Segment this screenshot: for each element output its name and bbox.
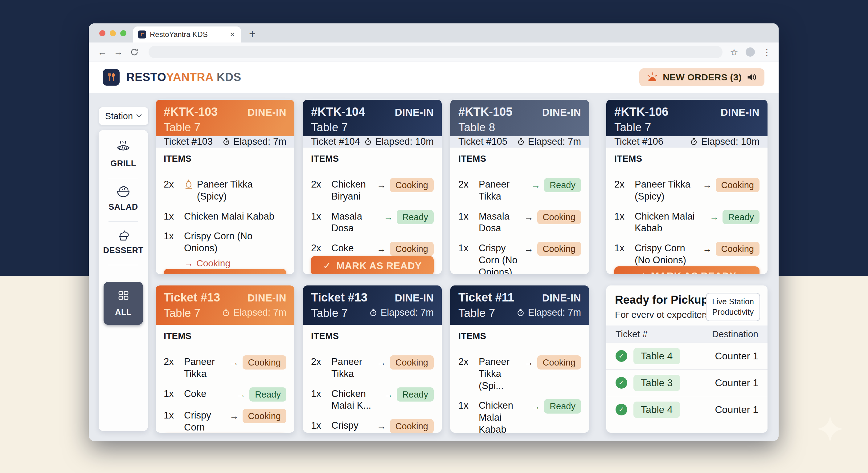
elapsed-time: Elapsed: 7m — [222, 307, 286, 318]
pickup-destination: Counter 1 — [715, 377, 758, 388]
item-status: → Cooking — [524, 356, 581, 370]
new-orders-button[interactable]: NEW ORDERS (3) — [639, 68, 765, 86]
reload-icon[interactable] — [128, 48, 141, 56]
item-name: Coke — [184, 388, 232, 400]
item-qty: 1x — [458, 400, 474, 412]
ticket-substrip: Ticket #103 Elapsed: 7m — [156, 136, 294, 147]
item-status: → Cooking — [377, 356, 434, 370]
item-status: → Ready — [531, 178, 581, 192]
arrow-icon: → — [377, 243, 386, 255]
salad-bowl-icon — [115, 182, 132, 199]
bookmark-star-icon[interactable]: ☆ — [730, 47, 738, 58]
station-filter-label: Station — [105, 111, 133, 121]
service-type-label: DINE-IN — [542, 292, 581, 304]
sidebar-item-all-selected[interactable]: ALL — [103, 282, 143, 325]
browser-tab[interactable]: RestoYantra KDS × — [133, 27, 241, 42]
profile-avatar[interactable] — [746, 47, 755, 57]
sidebar-item-label: ALL — [115, 308, 132, 317]
arrow-icon: → — [524, 211, 533, 223]
app-logo-icon — [103, 69, 120, 86]
mark-as-ready-button[interactable]: ✓ MARK AS READY — [614, 266, 760, 274]
service-type-label: DINE-IN — [542, 106, 581, 118]
ready-for-pickup-panel: Ready for Pickup For everv ot expediters… — [606, 285, 768, 433]
arrow-icon: → — [524, 243, 533, 255]
chevron-down-icon — [136, 114, 142, 118]
order-item: 1x Crispy Corn → Cooking — [164, 410, 286, 433]
status-badge: Ready — [544, 178, 581, 192]
tab-title: RestoYantra KDS — [150, 30, 225, 39]
status-badge: Cooking — [716, 178, 760, 192]
arrow-icon: → — [710, 211, 719, 223]
stopwatch-icon — [222, 308, 230, 317]
item-qty: 2x — [311, 242, 327, 255]
browser-menu-icon[interactable]: ⋮ — [762, 47, 772, 58]
item-qty: 1x — [311, 388, 327, 400]
order-item: 1x Masala Dosa → Cooking — [458, 211, 581, 235]
item-status: → Cooking — [230, 409, 286, 423]
live-station-productivity-button[interactable]: Live Station Productivity — [706, 293, 760, 321]
ticket-id: #KTK-104 — [311, 105, 365, 119]
item-status: → Ready — [237, 387, 286, 402]
brand-kds: KDS — [217, 71, 241, 83]
browser-tabstrip: RestoYantra KDS × + — [89, 24, 779, 42]
kds-content: Station GRILL — [89, 93, 779, 441]
ticket-body: ITEMS 2x Paneer Tikka → Cooking 1x — [156, 325, 294, 433]
status-badge: Cooking — [243, 409, 286, 423]
item-name: Coke — [331, 242, 373, 255]
grill-icon — [115, 139, 132, 156]
item-name: Masala Dosa — [479, 211, 520, 235]
status-badge: Ready — [249, 387, 286, 402]
url-input[interactable] — [149, 46, 722, 58]
item-qty: 2x — [311, 356, 327, 368]
maximize-window-button[interactable] — [120, 30, 126, 36]
mark-as-ready-button[interactable]: ✓ MARK AS READY — [164, 269, 286, 274]
elapsed-time: Elapsed: 7m — [517, 136, 581, 147]
browser-window: RestoYantra KDS × + ← → ☆ ⋮ — [89, 24, 779, 441]
item-name: Paneer Tikka — [331, 356, 373, 380]
arrow-icon: → — [230, 410, 239, 422]
back-icon[interactable]: ← — [96, 47, 109, 57]
sidebar-item-salad[interactable]: SALAD — [108, 182, 138, 217]
pickup-row: ✓ Table 3 Counter 1 — [606, 370, 768, 396]
item-qty: 1x — [164, 410, 180, 421]
item-name: Masala Dosa — [331, 211, 379, 235]
siren-icon — [647, 72, 658, 82]
sidebar-item-dessert[interactable]: DESSERT — [103, 226, 143, 261]
tab-favicon-icon — [138, 31, 146, 38]
ticket-card-11: Ticket #11 DINE-IN Table 7 — [450, 285, 589, 433]
item-qty: 1x — [164, 230, 180, 242]
new-tab-button[interactable]: + — [249, 28, 255, 39]
arrow-icon: → — [524, 357, 533, 368]
service-type-label: DINE-IN — [721, 106, 760, 118]
minimize-window-button[interactable] — [110, 30, 116, 36]
station-filter-dropdown[interactable]: Station — [99, 107, 149, 125]
ticket-body: ITEMS 2x Paneer Tikka → Cooking 1x — [303, 325, 442, 433]
speaker-icon[interactable] — [747, 73, 757, 82]
ticket-header: Ticket #11 DINE-IN Table 7 — [450, 285, 589, 325]
mark-as-ready-button[interactable]: ✓ MARK AS READY — [311, 256, 434, 274]
item-status: → Cooking — [703, 178, 760, 192]
pickup-column-headers: Ticket # Destination — [606, 326, 768, 343]
arrow-icon: → — [230, 357, 239, 368]
close-window-button[interactable] — [99, 30, 105, 36]
new-orders-label: NEW ORDERS (3) — [663, 72, 742, 82]
pickup-destination: Counter 1 — [715, 350, 758, 362]
sidebar-item-grill[interactable]: GRILL — [110, 139, 136, 174]
forward-icon[interactable]: → — [112, 47, 125, 57]
service-type-label: DINE-IN — [248, 292, 286, 304]
arrow-icon: → — [377, 420, 386, 432]
sparkle-decoration — [816, 415, 844, 443]
item-qty: 1x — [614, 211, 630, 223]
sidebar-divider — [108, 265, 138, 265]
ticket-header: #KTK-103 DINE-IN Table 7 — [156, 100, 294, 136]
pickup-col-ticket: Ticket # — [616, 329, 648, 339]
brand-resto: RESTO — [126, 71, 166, 83]
elapsed-time: Elapsed: 10m — [364, 136, 434, 147]
ticket-card-13-b: Ticket #13 DINE-IN Table 7 — [303, 285, 442, 433]
items-label: ITEMS — [164, 154, 286, 164]
stopwatch-icon — [517, 138, 525, 146]
table-label: Table 7 — [311, 307, 348, 319]
check-circle-icon: ✓ — [616, 350, 627, 362]
tab-close-icon[interactable]: × — [229, 30, 236, 39]
item-status: → Cooking — [703, 242, 760, 256]
